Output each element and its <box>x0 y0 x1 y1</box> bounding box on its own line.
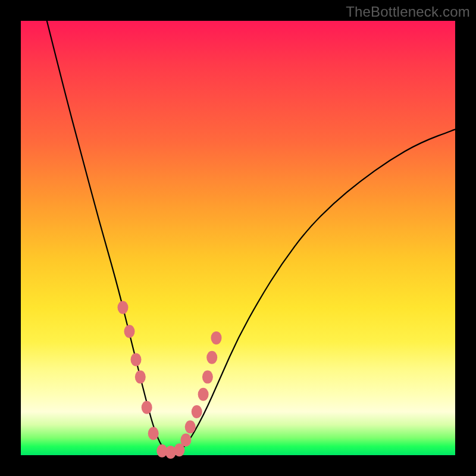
highlight-dot <box>198 388 209 401</box>
highlight-dots-group <box>118 301 222 459</box>
highlight-dot <box>142 401 152 414</box>
highlight-dot <box>202 371 213 384</box>
chart-frame: TheBottleneck.com <box>0 0 476 476</box>
curve-layer <box>21 21 455 455</box>
highlight-dot <box>131 353 142 366</box>
highlight-dot <box>148 427 159 440</box>
bottleneck-curve <box>47 21 455 454</box>
highlight-dot <box>180 434 191 447</box>
watermark-text: TheBottleneck.com <box>346 4 470 20</box>
plot-area <box>21 21 455 455</box>
highlight-dot <box>211 331 222 345</box>
highlight-dot <box>185 421 196 434</box>
highlight-dot <box>192 405 202 418</box>
highlight-dot <box>206 351 217 364</box>
highlight-dot <box>135 371 146 384</box>
highlight-dot <box>118 301 129 314</box>
highlight-dot <box>124 325 135 338</box>
